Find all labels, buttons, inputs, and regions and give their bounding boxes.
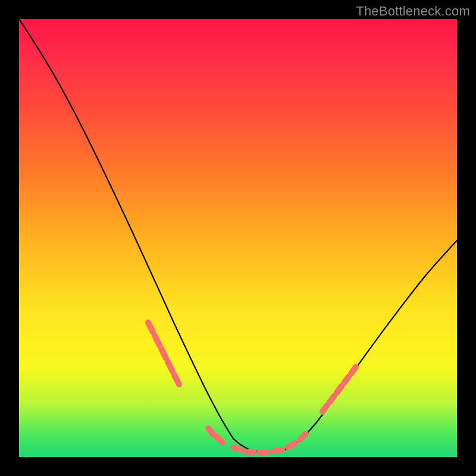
svg-line-1 bbox=[155, 336, 159, 345]
svg-line-7 bbox=[233, 447, 240, 450]
svg-line-4 bbox=[174, 375, 179, 384]
svg-line-12 bbox=[300, 434, 306, 440]
svg-line-14 bbox=[330, 396, 334, 402]
svg-line-15 bbox=[337, 386, 342, 393]
svg-line-2 bbox=[161, 349, 166, 358]
svg-line-11 bbox=[288, 443, 295, 447]
svg-line-6 bbox=[217, 437, 223, 443]
svg-line-3 bbox=[168, 362, 173, 371]
watermark-text: TheBottleneck.com bbox=[356, 4, 470, 19]
svg-line-8 bbox=[245, 452, 253, 452]
svg-line-13 bbox=[322, 405, 327, 412]
svg-line-10 bbox=[274, 450, 282, 452]
highlight-dots-group bbox=[148, 322, 356, 452]
svg-line-16 bbox=[344, 377, 349, 383]
svg-line-17 bbox=[351, 367, 356, 374]
chart-svg bbox=[19, 19, 457, 457]
chart-frame: TheBottleneck.com bbox=[0, 0, 476, 476]
bottleneck-curve bbox=[19, 19, 457, 452]
chart-plot-area bbox=[19, 19, 457, 457]
svg-line-0 bbox=[148, 322, 153, 332]
svg-line-5 bbox=[208, 428, 213, 434]
